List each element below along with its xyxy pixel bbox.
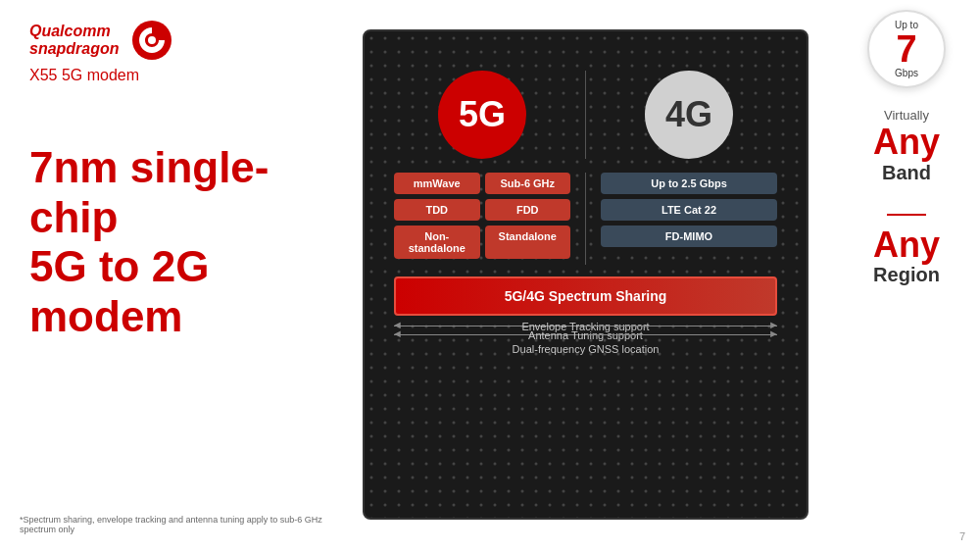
speed-bubble: Up to 7 Gbps [867, 10, 946, 88]
main-tagline: 7nm single-chip 5G to 2G modem [29, 143, 323, 341]
circles-wrapper: 5G 4G [394, 71, 777, 159]
col-divider [585, 173, 586, 265]
snapdragon-icon [131, 20, 172, 61]
chip-board: 5G 4G mmWave Sub-6 GHz TDD [363, 29, 808, 520]
chip-inner: 5G 4G mmWave Sub-6 GHz TDD [394, 71, 777, 488]
product-title: X55 5G modem [29, 67, 323, 84]
feature-mmwave: mmWave [394, 173, 480, 194]
feature-ltecat22: LTE Cat 22 [601, 199, 777, 221]
any-label: Any [873, 123, 940, 162]
virtually-label: Virtually [873, 108, 940, 123]
col-5g-header: 5G [394, 71, 580, 159]
region-label: Region [873, 264, 940, 286]
brand-text: Qualcomm snapdragon [29, 23, 120, 57]
features-5g: mmWave Sub-6 GHz TDD FDD Non-standalone … [394, 173, 580, 265]
feature-25gbps: Up to 2.5 Gbps [601, 173, 777, 194]
gnss-row: Dual-frequency GNSS location [394, 343, 777, 355]
feature-nonstandalone: Non-standalone [394, 226, 480, 259]
page-number: 7 [959, 530, 965, 542]
svg-point-1 [148, 36, 156, 44]
feature-grid-4g: Up to 2.5 Gbps LTE Cat 22 FD-MIMO [601, 173, 777, 247]
left-panel: Qualcomm snapdragon X55 5G modem 7nm sin… [0, 0, 353, 552]
qualcomm-name: Qualcomm snapdragon [29, 23, 120, 57]
feature-fdd: FDD [485, 199, 571, 221]
vertical-divider [585, 71, 586, 159]
circle-4g: 4G [645, 71, 733, 159]
feature-standalone: Standalone [485, 226, 571, 259]
antenna-arrow-right: ► [586, 334, 778, 335]
right-panel: Up to 7 Gbps Virtually Any Band Any Regi… [833, 0, 980, 552]
speed-number: 7 [896, 30, 916, 68]
footnote-text: *Spectrum sharing, envelope tracking and… [20, 515, 353, 534]
envelope-row: ◄ Envelope Tracking support ► [394, 326, 777, 326]
spectrum-sharing-bar: 5G/4G Spectrum Sharing [394, 276, 777, 316]
features-columns: mmWave Sub-6 GHz TDD FDD Non-standalone … [394, 173, 777, 265]
any-region-label: Any [873, 226, 940, 265]
circle-5g: 5G [438, 71, 526, 159]
arrows-section: ◄ Envelope Tracking support ► ◄ Antenna … [394, 326, 777, 355]
any-region-stat: Any Region [873, 226, 940, 287]
feature-tdd: TDD [394, 199, 480, 221]
features-4g: Up to 2.5 Gbps LTE Cat 22 FD-MIMO [591, 173, 777, 265]
any-band-stat: Virtually Any Band [873, 108, 940, 184]
col-4g-header: 4G [591, 71, 777, 159]
feature-sub6: Sub-6 GHz [485, 173, 571, 194]
logo-area: Qualcomm snapdragon [29, 20, 323, 61]
antenna-row: ◄ Antenna Tuning support ► [394, 334, 777, 335]
feature-grid-5g: mmWave Sub-6 GHz TDD FDD Non-standalone … [394, 173, 570, 259]
feature-fdmimo: FD-MIMO [601, 226, 777, 247]
speed-unit: Gbps [895, 68, 918, 78]
envelope-arrow-right: ► [586, 326, 778, 326]
chip-area: 5G 4G mmWave Sub-6 GHz TDD [363, 20, 813, 529]
stat-divider [887, 214, 926, 216]
band-label: Band [873, 162, 940, 184]
